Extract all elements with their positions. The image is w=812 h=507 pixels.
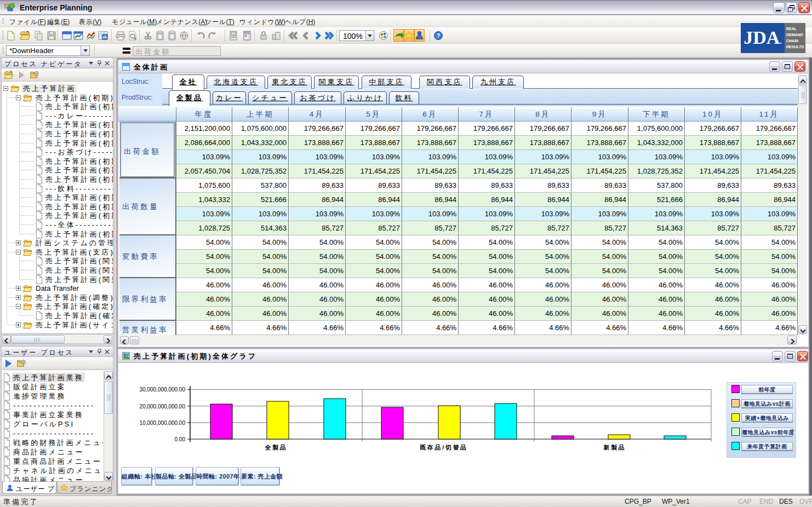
svg-text:?: ? [437, 32, 441, 39]
